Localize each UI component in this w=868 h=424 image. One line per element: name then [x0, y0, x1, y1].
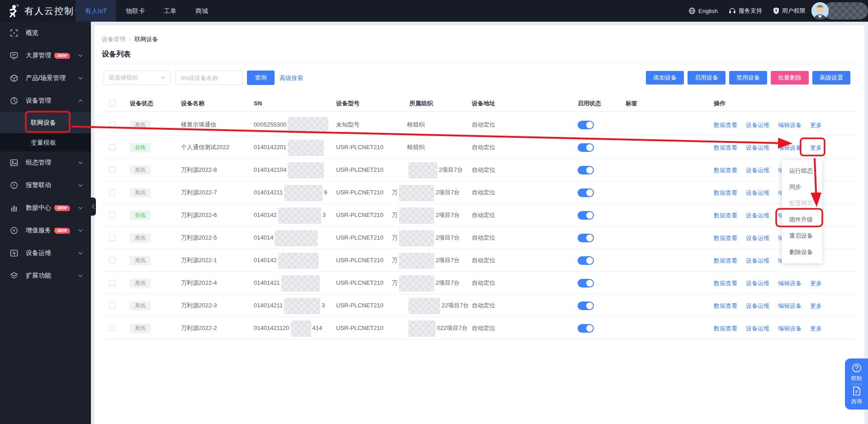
select-all-checkbox[interactable] [109, 100, 115, 107]
advanced-search-link[interactable]: 高级搜索 [280, 74, 303, 82]
help-button[interactable]: 帮助 [851, 363, 862, 382]
sidebar-item-screen-mgmt[interactable]: 大屏管理 NEW [0, 44, 91, 67]
action-link-数据查看[interactable]: 数据查看 [714, 122, 737, 128]
layers-icon [10, 272, 18, 280]
breadcrumb-separator: › [129, 35, 131, 43]
enable-device-button[interactable]: 启用设备 [688, 71, 726, 85]
action-link-设备运维[interactable]: 设备运维 [746, 280, 769, 287]
action-link-设备运维[interactable]: 设备运维 [746, 325, 769, 332]
menu-item-配置网页[interactable]: 配置网页 [782, 195, 822, 212]
advanced-settings-button[interactable]: 高级设置 [812, 71, 850, 85]
action-link-设备运维[interactable]: 设备运维 [746, 235, 769, 241]
search-input[interactable] [175, 71, 243, 85]
action-link-数据查看[interactable]: 数据查看 [714, 280, 737, 287]
sidebar-item-alarm-linkage[interactable]: 报警联动 [0, 174, 91, 197]
shield-icon [773, 7, 779, 14]
sidebar-item-device-ops[interactable]: 设备运维 [0, 242, 91, 264]
enable-toggle[interactable] [578, 211, 594, 220]
action-link-设备运维[interactable]: 设备运维 [746, 122, 769, 128]
enable-toggle[interactable] [578, 121, 594, 129]
sidebar-item-extensions[interactable]: 扩展功能 [0, 264, 91, 287]
tab-mall[interactable]: 商城 [186, 0, 218, 22]
sidebar-collapse-handle[interactable] [91, 198, 96, 216]
table-row: 在线个人通信测试20220140142201USR-PLCNET210根组织自动… [102, 136, 857, 159]
row-checkbox[interactable] [109, 235, 115, 241]
action-link-编辑设备[interactable]: 编辑设备 [778, 325, 802, 332]
action-link-编辑设备[interactable]: 编辑设备 [778, 302, 802, 309]
action-link-更多[interactable]: 更多 [810, 144, 822, 151]
action-link-编辑设备[interactable]: 编辑设备 [778, 122, 802, 128]
tab-iot-card[interactable]: 物联卡 [116, 0, 154, 22]
menu-item-删除设备[interactable]: 删除设备 [782, 244, 822, 260]
enable-toggle[interactable] [578, 279, 594, 287]
row-checkbox[interactable] [109, 325, 115, 331]
enable-toggle[interactable] [578, 234, 594, 242]
action-link-更多[interactable]: 更多 [810, 122, 822, 128]
action-link-数据查看[interactable]: 数据查看 [714, 302, 737, 309]
row-checkbox[interactable] [109, 144, 115, 151]
action-link-数据查看[interactable]: 数据查看 [714, 144, 737, 151]
action-link-设备运维[interactable]: 设备运维 [746, 144, 769, 151]
menu-item-重启设备[interactable]: 重启设备 [782, 228, 822, 244]
device-name: 万利源2022-4 [181, 272, 217, 294]
row-checkbox[interactable] [109, 302, 115, 309]
disable-device-button[interactable]: 禁用设备 [729, 71, 767, 85]
row-checkbox[interactable] [109, 167, 115, 173]
tab-work-order[interactable]: 工单 [154, 0, 186, 22]
enable-toggle[interactable] [578, 188, 594, 197]
sidebar-subitem-variable-template[interactable]: 变量模板 [0, 133, 91, 151]
action-link-数据查看[interactable]: 数据查看 [714, 235, 737, 241]
menu-item-同步[interactable]: 同步 [782, 179, 822, 195]
row-checkbox[interactable] [109, 257, 115, 264]
sidebar-item-value-added[interactable]: 增值服务 NEW [0, 219, 91, 242]
row-checkbox[interactable] [109, 189, 115, 196]
add-device-button[interactable]: 添加设备 [646, 71, 684, 85]
sidebar-item-overview[interactable]: 概览 [0, 22, 91, 44]
query-button[interactable]: 查询 [247, 71, 275, 85]
user-permission[interactable]: 用户权限 [773, 7, 806, 15]
action-link-数据查看[interactable]: 数据查看 [714, 325, 737, 332]
row-checkbox[interactable] [109, 280, 115, 286]
tab-usr-iot[interactable]: 有人IoT [76, 0, 116, 22]
row-checkbox[interactable] [109, 212, 115, 218]
action-link-设备运维[interactable]: 设备运维 [746, 257, 769, 264]
language-switch[interactable]: English [688, 7, 718, 14]
enable-toggle[interactable] [578, 324, 594, 333]
org-select[interactable]: 请选择组织 [104, 71, 171, 85]
enable-toggle[interactable] [578, 143, 594, 152]
action-link-编辑设备[interactable]: 编辑设备 [778, 144, 802, 151]
consult-button[interactable]: 咨询 [851, 386, 862, 405]
action-link-设备运维[interactable]: 设备运维 [746, 212, 769, 219]
batch-delete-button[interactable]: 批量删除 [771, 71, 809, 85]
enable-toggle[interactable] [578, 256, 594, 265]
action-link-编辑设备[interactable]: 编辑设备 [778, 280, 802, 287]
service-support[interactable]: 服务支持 [729, 7, 762, 15]
sidebar-subitem-networked-devices[interactable]: 联网设备 [0, 112, 91, 133]
action-link-数据查看[interactable]: 数据查看 [714, 257, 737, 264]
action-link-设备运维[interactable]: 设备运维 [746, 167, 769, 174]
menu-item-固件升级[interactable]: 固件升级 [782, 212, 822, 228]
action-link-数据查看[interactable]: 数据查看 [714, 212, 737, 219]
row-checkbox[interactable] [109, 122, 115, 128]
device-mgmt-icon [10, 97, 18, 105]
sidebar-item-product-mgmt[interactable]: 产品/场景管理 [0, 67, 91, 90]
action-link-数据查看[interactable]: 数据查看 [714, 167, 737, 174]
sidebar-item-data-center[interactable]: 数据中心 NEW [0, 197, 91, 219]
table-row: 离线万利源2022-30140142113USR-PLCNET21022项目7台… [102, 294, 857, 317]
breadcrumb-parent[interactable]: 设备管理 [102, 35, 125, 43]
enable-toggle[interactable] [578, 302, 594, 310]
action-link-设备运维[interactable]: 设备运维 [746, 189, 769, 196]
device-name: 楼展示墙通信 [181, 113, 216, 136]
action-link-更多[interactable]: 更多 [810, 280, 822, 287]
sidebar-item-device-mgmt[interactable]: 设备管理 [0, 90, 91, 112]
action-link-更多[interactable]: 更多 [810, 302, 822, 309]
action-link-数据查看[interactable]: 数据查看 [714, 189, 737, 196]
action-link-设备运维[interactable]: 设备运维 [746, 302, 769, 309]
sidebar-item-scada-mgmt[interactable]: 组态管理 [0, 151, 91, 174]
device-org: 万2项目7台 [392, 272, 460, 294]
enable-toggle[interactable] [578, 166, 594, 174]
action-link-更多[interactable]: 更多 [810, 325, 822, 332]
pulse-icon [10, 249, 18, 257]
menu-item-运行组态[interactable]: 运行组态 [782, 163, 822, 179]
user-avatar[interactable] [811, 2, 829, 19]
